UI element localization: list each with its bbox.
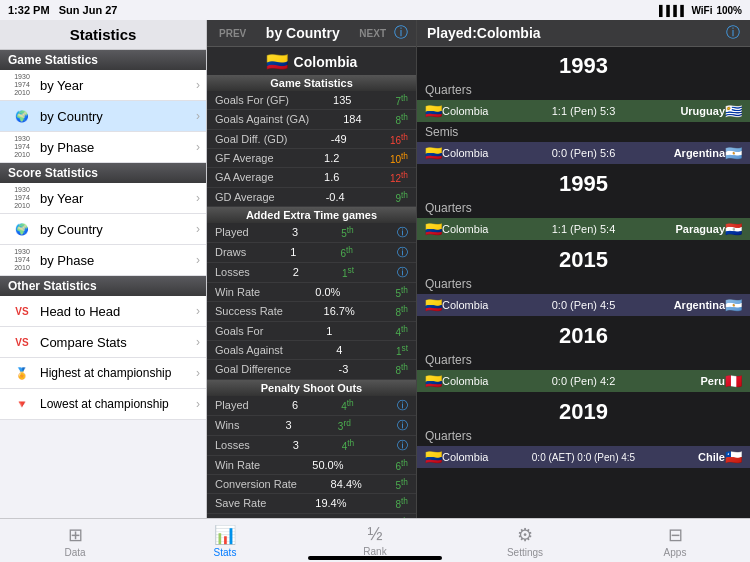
vs-icon: VS [8,332,36,352]
flag-argentina: 🇦🇷 [725,297,742,313]
phase-semis: Semis [417,123,750,141]
menu-label: Lowest at championship [40,397,169,411]
flag-colombia: 🇨🇴 [425,297,442,313]
stat-row-gf-avg: GF Average 1.2 10th [207,149,416,168]
team1-label: Colombia [442,223,507,235]
chevron-icon: › [196,253,200,267]
match-row: 🇨🇴 Colombia 0:0 (Pen) 4:5 Argentina 🇦🇷 [417,294,750,316]
right-header: Played:Colombia ⓘ [417,20,750,47]
left-panel-header: Statistics [0,20,206,50]
aet-draws: Draws 1 6th ⓘ [207,243,416,263]
tab-data[interactable]: ⊞ Data [0,520,150,562]
team2-label: Chile [660,451,725,463]
phase-quarters-2015: Quarters [417,275,750,293]
menu-label: by Country [40,109,103,124]
tab-label: Stats [214,547,237,558]
match-row: 🇨🇴 Colombia 0:0 (AET) 0:0 (Pen) 4:5 Chil… [417,446,750,468]
info-icon-draws[interactable]: ⓘ [397,245,408,260]
year-2016: 2016 [417,317,750,351]
middle-header: PREV by Country NEXT ⓘ [207,20,416,47]
info-icon-pso[interactable]: ⓘ [397,398,408,413]
wifi-icon: WiFi [691,5,712,16]
aet-winrate: Win Rate 0.0% 5th [207,283,416,302]
score-label: 1:1 (Pen) 5:3 [507,105,660,117]
year-1993: 1993 [417,47,750,81]
stat-row-ga-avg: GA Average 1.6 12th [207,168,416,187]
team1-label: Colombia [442,451,507,463]
flag-colombia: 🇨🇴 [425,103,442,119]
right-panel: Played:Colombia ⓘ 1993 Quarters 🇨🇴 Colom… [417,20,750,518]
menu-score-country[interactable]: 🌍 by Country › [0,214,206,245]
chevron-icon: › [196,78,200,92]
flag-colombia: 🇨🇴 [425,373,442,389]
data-icon: ⊞ [68,524,83,546]
match-row: 🇨🇴 Colombia 0:0 (Pen) 5:6 Argentina 🇦🇷 [417,142,750,164]
menu-score-year[interactable]: 193019742010 by Year › [0,183,206,214]
section-game-stats: Game Statistics [0,50,206,70]
info-icon-pso-losses[interactable]: ⓘ [397,438,408,453]
chevron-icon: › [196,304,200,318]
year-2019: 2019 [417,393,750,427]
signal-icon: ▌▌▌▌ [659,5,687,16]
vs-icon: VS [8,301,36,321]
menu-highest-championship[interactable]: 🏅 Highest at championship › [0,358,206,389]
info-icon-aet[interactable]: ⓘ [397,225,408,240]
menu-game-country[interactable]: 🌍 by Country › [0,101,206,132]
menu-label: by Phase [40,140,94,155]
menu-game-phase[interactable]: 193019742010 by Phase › [0,132,206,163]
score-label: 0:0 (Pen) 4:5 [507,299,660,311]
tab-settings[interactable]: ⚙ Settings [450,520,600,562]
next-button[interactable]: NEXT [355,26,390,41]
stat-row-ga: Goals Against (GA) 184 8th [207,110,416,129]
tab-rank[interactable]: ½ Rank [300,520,450,561]
team2-label: Peru [660,375,725,387]
team1-label: Colombia [442,299,507,311]
menu-label: Head to Head [40,304,120,319]
status-time: 1:32 PM Sun Jun 27 [8,4,117,16]
game-stats-header: Game Statistics [207,75,416,91]
flag-colombia: 🇨🇴 [425,145,442,161]
prev-button[interactable]: PREV [215,26,250,41]
menu-compare-stats[interactable]: VS Compare Stats › [0,327,206,358]
right-info-icon[interactable]: ⓘ [726,24,740,42]
chevron-icon: › [196,109,200,123]
chevron-icon: › [196,397,200,411]
down-icon: 🔻 [8,394,36,414]
pso-winrate: Win Rate 50.0% 6th [207,456,416,475]
apps-icon: ⊟ [668,524,683,546]
menu-label: by Country [40,222,103,237]
info-icon[interactable]: ⓘ [394,24,408,42]
country-row: 🇨🇴 Colombia [207,47,416,75]
tab-apps[interactable]: ⊟ Apps [600,520,750,562]
menu-score-phase[interactable]: 193019742010 by Phase › [0,245,206,276]
year-tag-icon: 193019742010 [8,250,36,270]
right-title: Played:Colombia [427,25,541,41]
info-icon-losses[interactable]: ⓘ [397,265,408,280]
flag-peru: 🇵🇪 [725,373,742,389]
tab-stats[interactable]: 📊 Stats [150,520,300,562]
score-label: 1:1 (Pen) 5:4 [507,223,660,235]
status-bar: 1:32 PM Sun Jun 27 ▌▌▌▌ WiFi 100% [0,0,750,20]
chevron-icon: › [196,335,200,349]
stat-row-gd: Goal Diff. (GD) -49 16th [207,130,416,149]
menu-game-year[interactable]: 193019742010 by Year › [0,70,206,101]
aet-losses: Losses 2 1st ⓘ [207,263,416,283]
menu-head-to-head[interactable]: VS Head to Head › [0,296,206,327]
menu-label: by Year [40,191,83,206]
pso-wins: Wins 3 3rd ⓘ [207,416,416,436]
year-2015: 2015 [417,241,750,275]
chevron-icon: › [196,222,200,236]
year-tag-icon: 193019742010 [8,137,36,157]
left-panel: Statistics Game Statistics 193019742010 … [0,20,207,518]
pso-header: Penalty Shoot Outs [207,380,416,396]
phase-quarters-1995: Quarters [417,199,750,217]
tab-label: Data [64,547,85,558]
info-icon-pso-wins[interactable]: ⓘ [397,418,408,433]
chevron-icon: › [196,191,200,205]
aet-played: Played 3 5th ⓘ [207,223,416,243]
flag-colombia: 🇨🇴 [425,221,442,237]
country-name: Colombia [294,54,358,70]
team2-label: Argentina [660,147,725,159]
match-row: 🇨🇴 Colombia 1:1 (Pen) 5:4 Paraguay 🇵🇾 [417,218,750,240]
menu-lowest-championship[interactable]: 🔻 Lowest at championship › [0,389,206,420]
